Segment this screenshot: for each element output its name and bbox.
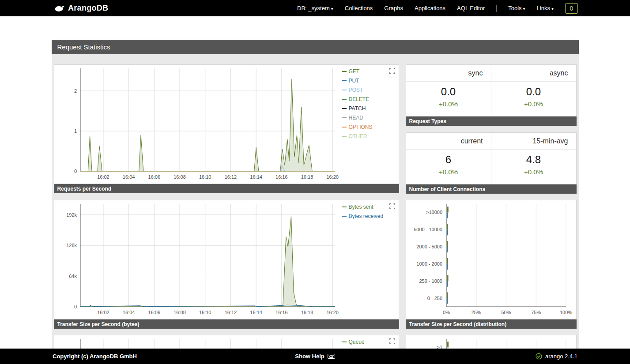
copyright-text: Copyright (c) ArangoDB GmbH [53,353,137,360]
svg-text:1000 - 2000: 1000 - 2000 [416,261,442,266]
legend-swatch [342,117,347,118]
transfer-size-distribution-svg: 0%25%50%75%100%>100005000 - 100002000 - … [406,200,576,319]
svg-text:16:10: 16:10 [199,310,211,315]
legend-swatch [342,108,347,109]
svg-text:25%: 25% [471,310,481,315]
nav-item-collections[interactable]: Collections [345,5,373,11]
legend-item: Queue [342,339,365,345]
chart-legend: Bytes sentBytes received [342,204,384,219]
legend-item: GET [342,68,373,75]
nav-item-applications[interactable]: Applications [415,5,445,11]
nav-item-graphs[interactable]: Graphs [384,5,403,11]
legend-item: OTHER [342,133,373,139]
nav-tools-dropdown[interactable]: Tools▾ [508,5,525,11]
version-text: arango 2.4.1 [545,353,577,360]
stat-value: 0.0 [491,86,576,98]
svg-text:100%: 100% [559,310,572,315]
svg-text:16:06: 16:06 [148,310,160,315]
dashboard: Request Statistics 16:0216:0416:0616:081… [52,40,579,364]
stat-value: 4.8 [491,154,576,166]
legend-item: OPTIONS [342,124,373,130]
legend-item: HEAD [342,115,373,121]
nav-links-dropdown[interactable]: Links▾ [537,5,554,11]
stat-delta: +0.0% [406,100,491,108]
nav-menu: DB: _system▾ Collections Graphs Applicat… [297,3,578,14]
fullscreen-icon[interactable] [389,338,396,345]
legend-item: Bytes received [342,213,384,219]
legend-item: POST [342,87,373,93]
legend-swatch [342,90,347,90]
legend-swatch [342,216,347,217]
bar-sent [447,258,448,264]
svg-text:2000 - 5000: 2000 - 5000 [416,244,442,249]
chart-caption: Transfer Size per Second (bytes) [54,319,399,329]
svg-text:16:14: 16:14 [250,174,262,180]
panel-caption: Number of Client Connections [406,184,577,194]
nav-item-aql-editor[interactable]: AQL Editor [457,5,485,11]
arangodb-logo-icon [54,4,65,13]
legend-swatch [342,127,347,128]
requests-per-second-chart: 16:0216:0416:0616:0816:1016:1216:1416:16… [54,64,399,184]
panel-caption: Request Types [406,116,577,126]
svg-text:16:20: 16:20 [326,310,339,315]
bar-received [447,212,448,218]
svg-text:2: 2 [74,88,76,94]
legend-swatch [342,71,347,72]
svg-text:0: 0 [74,304,76,309]
series-Bytes sent [80,217,335,307]
svg-text:75%: 75% [531,310,541,315]
svg-text:16:16: 16:16 [275,310,288,315]
legend-swatch [342,206,347,207]
footer: Copyright (c) ArangoDB GmbH Show Help [0,349,630,364]
svg-text:50%: 50% [501,310,511,315]
svg-text:16:04: 16:04 [122,310,135,315]
svg-text:1: 1 [74,128,76,134]
chart-legend: Queue [342,339,365,345]
svg-text:0: 0 [74,169,76,174]
svg-text:0 - 250: 0 - 250 [427,296,442,301]
stat-delta: +0.0% [406,168,491,176]
legend-label: GET [349,68,360,75]
arangodb-logo[interactable]: ArangoDB [54,4,108,13]
bar-received [447,298,448,304]
chart-caption: Requests per Second [54,184,399,193]
top-navbar: ArangoDB DB: _system▾ Collections Graphs… [0,0,630,16]
show-help-link[interactable]: Show Help [295,353,335,360]
caret-down-icon: ▾ [523,6,525,11]
legend-label: OTHER [349,133,367,139]
stat-label: current [406,133,491,150]
chart-caption: Transfer Size per Second (distribution) [406,319,577,329]
page-title: Request Statistics [52,40,579,54]
transfer-size-chart: 16:0216:0416:0616:0816:1016:1216:1416:16… [54,200,399,319]
svg-text:16:02: 16:02 [97,174,109,180]
notification-badge[interactable]: 0 [565,3,578,14]
svg-text:192k: 192k [66,212,77,218]
svg-text:16:04: 16:04 [122,174,135,180]
bar-received [447,281,448,287]
svg-text:16:20: 16:20 [326,174,339,180]
legend-label: Queue [349,339,365,345]
stat-value: 0.0 [406,86,491,98]
svg-text:16:02: 16:02 [97,310,109,315]
hbar-chart-canvas[interactable]: 0%25%50%75%100%>100005000 - 100002000 - … [406,200,576,319]
legend-swatch [342,99,347,100]
legend-item: DELETE [342,96,373,102]
legend-item: Bytes sent [342,204,384,210]
svg-text:16:14: 16:14 [250,310,262,315]
stat-col-15min-avg: 15-min-avg 4.8 +0.0% [491,133,576,184]
legend-label: PUT [349,78,359,84]
fullscreen-icon[interactable] [389,68,396,75]
svg-text:16:18: 16:18 [301,310,313,315]
bar-received [447,247,448,252]
stat-label: async [491,65,576,82]
nav-db-dropdown[interactable]: DB: _system▾ [297,5,333,11]
legend-swatch [342,80,347,81]
request-types-panel: sync 0.0 +0.0% async 0.0 +0.0% [406,64,577,116]
stat-col-async: async 0.0 +0.0% [491,65,576,116]
svg-text:250 - 1000: 250 - 1000 [419,278,442,284]
svg-text:16:08: 16:08 [174,310,186,315]
svg-text:16:18: 16:18 [301,174,313,180]
fullscreen-icon[interactable] [389,203,396,210]
legend-label: Bytes received [349,213,384,219]
legend-label: OPTIONS [349,124,373,130]
